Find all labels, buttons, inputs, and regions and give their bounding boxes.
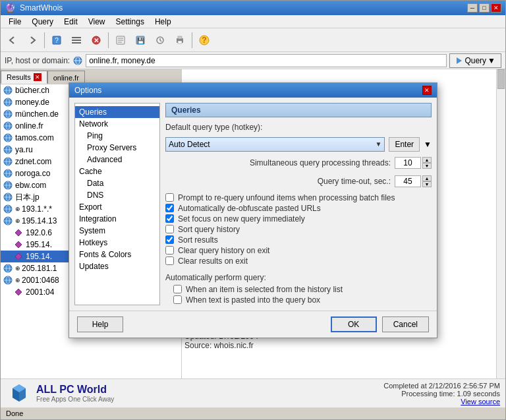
checkbox-cb6[interactable] — [165, 246, 174, 255]
timeout-down[interactable]: ▼ — [422, 181, 432, 187]
tree-item-updates[interactable]: Updates — [75, 260, 159, 272]
checkbox-label-cb7[interactable]: Clear results on exit — [178, 256, 248, 266]
tree-item-export[interactable]: Export — [75, 201, 159, 213]
auto-detect-select[interactable]: Auto Detect ▼ — [165, 137, 385, 152]
checkbox-row-cb3: Set focus on new query immediately — [165, 214, 432, 224]
tree-item-dns[interactable]: DNS — [75, 189, 159, 201]
hotkey-select-arrow: ▼ — [376, 140, 382, 148]
timeout-spinner-btns: ▲ ▼ — [422, 175, 432, 187]
auto-detect-value: Auto Detect — [169, 140, 210, 149]
checkbox-label-cb9[interactable]: When text is pasted into the query box — [186, 295, 320, 305]
tree-item-ping[interactable]: Ping — [75, 130, 159, 142]
checkbox-label-cb8[interactable]: When an item is selected from the histor… — [186, 285, 343, 294]
auto-perform-section: Automatically perform query: When an ite… — [165, 273, 432, 305]
checkbox-label-cb3[interactable]: Set focus on new query immediately — [178, 214, 305, 224]
checkbox-cb9[interactable] — [173, 295, 182, 304]
options-dialog: Options ✕ QueriesNetworkPingProxy Server… — [69, 82, 437, 338]
dialog-footer: Help OK Cancel — [69, 311, 437, 338]
dialog-title: Options — [74, 86, 101, 95]
checkbox-cb4[interactable] — [165, 225, 174, 233]
tree-panel: QueriesNetworkPingProxy ServersAdvancedC… — [74, 103, 160, 305]
checkbox-row-cb2: Automatically de-obfuscate pasted URLs — [165, 203, 432, 214]
checkbox-row-cb5: Sort results — [165, 235, 432, 245]
checkboxes-container: Prompt to re-query unfound items when pr… — [165, 193, 432, 266]
simultaneous-label: Simultaneous query processing threads: — [250, 158, 391, 167]
tree-item-system[interactable]: System — [75, 225, 159, 237]
simultaneous-spinner: ▲ ▼ — [395, 157, 432, 169]
simultaneous-input[interactable] — [395, 157, 421, 169]
simultaneous-spinner-btns: ▲ ▼ — [422, 157, 432, 169]
simultaneous-up[interactable]: ▲ — [422, 157, 432, 163]
checkbox-cb1[interactable] — [165, 193, 174, 202]
checkbox-cb5[interactable] — [165, 235, 174, 244]
auto-checkbox-row-cb8: When an item is selected from the histor… — [165, 284, 432, 295]
checkbox-row-cb7: Clear results on exit — [165, 256, 432, 266]
tree-item-network[interactable]: Network — [75, 118, 159, 130]
checkbox-label-cb5[interactable]: Sort results — [178, 235, 218, 245]
timeout-spinner: ▲ ▼ — [395, 175, 432, 187]
tree-item-cache[interactable]: Cache — [75, 165, 159, 177]
checkbox-row-cb1: Prompt to re-query unfound items when pr… — [165, 193, 432, 203]
checkbox-cb3[interactable] — [165, 214, 174, 223]
dialog-overlay: Options ✕ QueriesNetworkPingProxy Server… — [0, 0, 506, 420]
simultaneous-down[interactable]: ▼ — [422, 163, 432, 169]
checkbox-row-cb6: Clear query history on exit — [165, 245, 432, 256]
tree-item-fonts-&-colors[interactable]: Fonts & Colors — [75, 249, 159, 260]
default-query-label: Default query type (hotkey): — [165, 123, 262, 132]
dialog-close-button[interactable]: ✕ — [422, 86, 432, 95]
tree-item-queries[interactable]: Queries — [75, 106, 159, 118]
tree-item-integration[interactable]: Integration — [75, 213, 159, 225]
settings-section-header: Queries — [165, 103, 432, 117]
hotkey-arrow: ▼ — [424, 140, 432, 149]
timeout-up[interactable]: ▲ — [422, 175, 432, 181]
footer-right-buttons: OK Cancel — [331, 316, 429, 332]
checkbox-row-cb4: Sort query history — [165, 224, 432, 235]
default-query-row: Default query type (hotkey): — [165, 121, 432, 133]
timeout-row: Query time-out, sec.: ▲ ▼ — [165, 174, 432, 189]
tree-item-hotkeys[interactable]: Hotkeys — [75, 237, 159, 249]
checkbox-cb7[interactable] — [165, 256, 174, 265]
hotkey-row: Auto Detect ▼ Enter ▼ — [165, 137, 432, 152]
hotkey-value[interactable]: Enter — [389, 137, 420, 152]
dialog-titlebar: Options ✕ — [69, 83, 437, 98]
tree-item-proxy-servers[interactable]: Proxy Servers — [75, 142, 159, 154]
checkbox-label-cb6[interactable]: Clear query history on exit — [178, 246, 269, 255]
checkbox-cb8[interactable] — [173, 285, 182, 293]
auto-checkboxes-container: When an item is selected from the histor… — [165, 284, 432, 305]
tree-item-advanced[interactable]: Advanced — [75, 154, 159, 165]
checkbox-label-cb1[interactable]: Prompt to re-query unfound items when pr… — [178, 193, 395, 202]
simultaneous-row: Simultaneous query processing threads: ▲… — [165, 156, 432, 170]
ok-button[interactable]: OK — [331, 316, 377, 332]
help-button[interactable]: Help — [77, 316, 123, 332]
auto-checkbox-row-cb9: When text is pasted into the query box — [165, 295, 432, 305]
checkbox-label-cb4[interactable]: Sort query history — [178, 225, 240, 234]
cancel-button[interactable]: Cancel — [382, 316, 429, 332]
timeout-input[interactable] — [395, 175, 421, 187]
main-window: 🔮 SmartWhois ─ □ ✕ File Query Edit View … — [0, 0, 506, 420]
checkbox-label-cb2[interactable]: Automatically de-obfuscate pasted URLs — [178, 204, 321, 213]
dialog-body: QueriesNetworkPingProxy ServersAdvancedC… — [69, 98, 437, 311]
tree-item-data[interactable]: Data — [75, 177, 159, 189]
checkbox-cb2[interactable] — [165, 204, 174, 212]
settings-panel: Queries Default query type (hotkey): Aut… — [165, 103, 432, 305]
auto-perform-label: Automatically perform query: — [165, 273, 432, 282]
timeout-label: Query time-out, sec.: — [318, 177, 391, 186]
